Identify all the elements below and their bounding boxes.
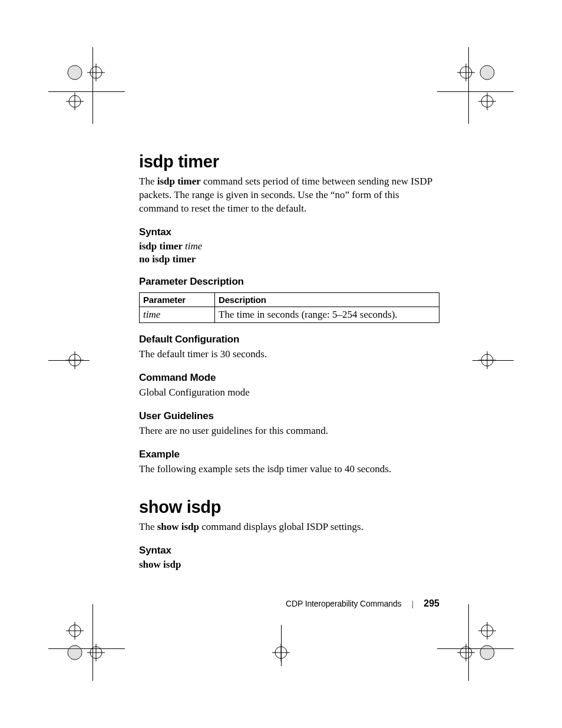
registration-mark-icon: [87, 64, 105, 81]
registration-mark-icon: [66, 622, 84, 640]
footer-section-name: CDP Interoperability Commands: [286, 599, 401, 608]
svg-point-2: [90, 67, 102, 78]
registration-mark-icon: [457, 644, 475, 661]
intro-pre-2: The: [139, 521, 157, 532]
command-mode-text: Global Configuration mode: [139, 386, 439, 400]
svg-point-23: [68, 645, 82, 660]
registration-mark-icon: [66, 64, 84, 81]
crop-line: [48, 360, 90, 361]
table-row: Parameter Description: [140, 292, 439, 307]
svg-point-13: [481, 95, 493, 107]
svg-point-0: [68, 65, 82, 80]
crop-line: [48, 648, 125, 649]
svg-point-30: [480, 645, 494, 660]
command-title-isdp-timer: isdp timer: [139, 152, 439, 172]
registration-mark-icon: [478, 93, 496, 110]
intro-paragraph: The isdp timer command sets period of ti…: [139, 175, 439, 216]
heading-parameter-description: Parameter Description: [139, 276, 439, 288]
crop-line: [281, 625, 282, 666]
registration-mark-icon: [478, 351, 496, 369]
syntax-line-3: show isdp: [139, 559, 439, 571]
footer-separator: |: [412, 599, 414, 609]
crop-line: [468, 604, 469, 681]
registration-mark-icon: [66, 93, 84, 110]
syntax-line-2: no isdp timer: [139, 253, 439, 265]
svg-point-10: [460, 67, 472, 78]
footer-page-number: 295: [424, 598, 439, 608]
svg-point-35: [481, 625, 493, 637]
example-text: The following example sets the isdp time…: [139, 463, 439, 476]
registration-mark-icon: [87, 644, 105, 661]
svg-point-24: [90, 647, 102, 658]
heading-command-mode: Command Mode: [139, 372, 439, 384]
syntax-bold: isdp timer: [139, 241, 185, 252]
default-configuration-text: The default timer is 30 seconds.: [139, 348, 439, 361]
registration-mark-icon: [457, 64, 475, 81]
registration-mark-icon: [66, 644, 84, 661]
intro-bold: isdp timer: [157, 176, 201, 187]
heading-default-configuration: Default Configuration: [139, 334, 439, 345]
registration-mark-icon: [478, 64, 496, 81]
table-header-description: Description: [215, 292, 439, 307]
parameter-table: Parameter Description time The time in s…: [139, 292, 439, 323]
svg-point-19: [481, 354, 493, 366]
registration-mark-icon: [478, 622, 496, 640]
command-title-show-isdp: show isdp: [139, 498, 439, 517]
intro-bold-2: show isdp: [157, 521, 199, 532]
heading-user-guidelines: User Guidelines: [139, 410, 439, 422]
svg-point-16: [69, 354, 81, 366]
svg-point-22: [68, 645, 82, 660]
svg-point-1: [68, 65, 82, 80]
heading-syntax-2: Syntax: [139, 545, 439, 556]
registration-mark-icon: [66, 351, 84, 369]
registration-mark-icon: [478, 644, 496, 661]
syntax-line-1: isdp timer time: [139, 241, 439, 252]
table-row: time The time in seconds (range: 5–254 s…: [140, 307, 439, 322]
user-guidelines-text: There are no user guidelines for this co…: [139, 424, 439, 438]
crop-line: [92, 47, 93, 124]
table-cell-param: time: [140, 307, 215, 322]
svg-point-9: [480, 65, 494, 80]
table-cell-desc: The time in seconds (range: 5–254 second…: [215, 307, 439, 322]
svg-point-8: [480, 65, 494, 80]
heading-example: Example: [139, 449, 439, 460]
page-footer: CDP Interoperability Commands | 295: [139, 598, 439, 609]
intro-post-2: command displays global ISDP settings.: [199, 521, 363, 532]
heading-syntax: Syntax: [139, 226, 439, 238]
svg-point-27: [69, 625, 81, 637]
syntax-bold-3: show isdp: [139, 559, 181, 570]
crop-line: [92, 604, 93, 681]
svg-point-31: [480, 645, 494, 660]
crop-line: [437, 648, 514, 649]
intro-paragraph-2: The show isdp command displays global IS…: [139, 521, 439, 534]
crop-line: [468, 47, 469, 124]
svg-point-32: [460, 647, 472, 658]
svg-point-5: [69, 95, 81, 107]
crop-line: [472, 360, 514, 361]
intro-pre: The: [139, 176, 157, 187]
registration-mark-icon: [272, 644, 290, 661]
crop-line: [437, 91, 514, 92]
syntax-ital: time: [185, 241, 202, 252]
syntax-bold-2: no isdp timer: [139, 253, 196, 265]
page-content: isdp timer The isdp timer command sets p…: [139, 152, 439, 572]
svg-point-38: [275, 647, 287, 658]
crop-line: [48, 91, 125, 92]
table-header-parameter: Parameter: [140, 292, 215, 307]
